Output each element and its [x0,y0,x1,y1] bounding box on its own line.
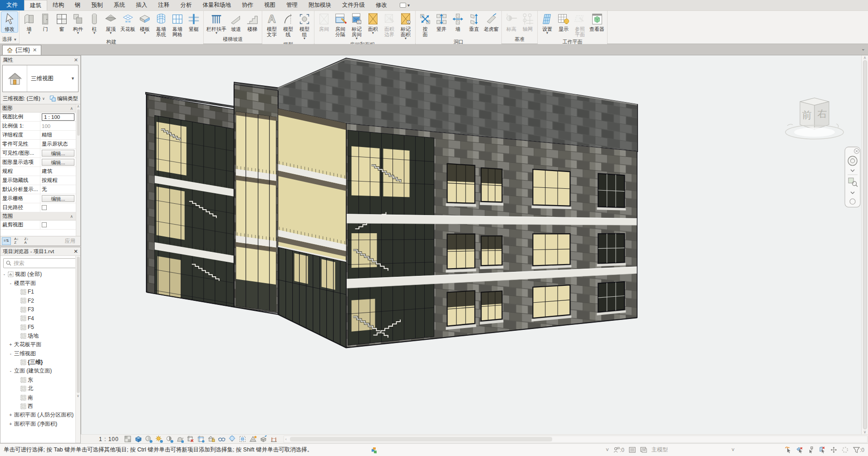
tree-item-视图 (全部)[interactable]: -视图 (全部) [0,270,75,279]
editable-only-icon[interactable]: :0 [613,447,624,453]
worksets-dialog-icon[interactable] [629,447,636,453]
ribbon-tab-协作[interactable]: 协作 [236,0,259,10]
temp-hide-icon[interactable] [218,435,226,443]
tree-item-面积平面 (人防分区面积)[interactable]: +面积平面 (人防分区面积) [0,411,75,419]
tree-item-F5[interactable]: F5 [0,323,75,331]
ribbon-button-屋顶[interactable]: 屋顶▼ [103,12,119,35]
ribbon-button-楼板[interactable]: 楼板▼ [137,12,153,35]
canvas-vertical-scrollbar[interactable]: ∧∨ [861,55,868,434]
ribbon-button-显示[interactable]: 显示 [555,12,572,32]
tree-item-{三维}[interactable]: {三维} [0,358,75,367]
ribbon-button-面积[interactable]: 面积▼ [365,12,381,35]
displacement-icon[interactable] [260,435,267,443]
view-scale-input[interactable]: 1 : 100 [42,113,74,121]
browser-scrollbar[interactable]: ∨ [75,256,80,443]
close-properties-icon[interactable]: ✕ [74,57,78,63]
apply-button[interactable]: 应用 [65,238,79,245]
3d-view-scene[interactable]: 前右 [81,55,861,434]
instance-selector-label[interactable]: 三维视图: {三维} [3,95,40,102]
ribbon-button-墙[interactable]: 墙 [450,12,466,32]
ribbon-button-坡道[interactable]: 坡道 [228,12,244,32]
chevron-down-icon[interactable]: ⌄ [861,46,865,52]
show-crop-icon[interactable] [197,435,205,443]
tree-item-北[interactable]: 北 [0,384,75,393]
select-pinned-icon[interactable] [808,446,814,453]
property-section-范围[interactable]: 范围∧ [0,212,80,221]
sort-az-button[interactable]: A↓Z [12,237,21,245]
property-value[interactable]: 无 [40,186,80,193]
ribbon-button-幕墙系统[interactable]: 幕墙 系统 [153,12,169,38]
property-value[interactable]: 按规程 [40,177,80,184]
unlocked-3d-icon[interactable] [207,435,215,443]
property-value[interactable]: 显示原状态 [40,141,80,147]
tree-item-南[interactable]: 南 [0,393,75,402]
tree-item-立面 (建筑立面)[interactable]: -立面 (建筑立面) [0,367,75,375]
ribbon-button-模型线[interactable]: 模型 线 [280,12,296,38]
ribbon-button-天花板[interactable]: 天花板 [119,12,137,32]
chevron-down-icon[interactable]: ∨ [42,97,45,101]
property-value[interactable]: 精细 [40,132,80,138]
select-underlay-icon[interactable] [796,446,804,453]
visual-style-icon[interactable] [145,435,152,443]
scroll-down-icon[interactable]: ∨ [76,394,80,399]
property-section-图形[interactable]: 图形∧ [0,104,80,113]
ribbon-tab-结构[interactable]: 结构 [47,0,69,10]
ribbon-tab-体量和场地[interactable]: 体量和场地 [197,0,237,10]
checkbox[interactable] [42,205,47,210]
edit-button[interactable]: 编辑... [42,150,74,157]
ribbon-tab-注释[interactable]: 注释 [153,0,175,10]
ribbon-tab-视图[interactable]: 视图 [259,0,281,10]
properties-scrollbar[interactable]: ∧ [76,104,80,236]
ribbon-tab-预制[interactable]: 预制 [86,0,108,10]
ribbon-button-竖井[interactable]: 竖井 [433,12,450,32]
edit-type-button[interactable]: 编辑类型 [50,95,78,102]
close-project-browser-icon[interactable]: ✕ [74,248,78,255]
tree-item-东[interactable]: 东 [0,376,75,384]
ribbon-button-房间分隔[interactable]: 房间 分隔 [332,12,348,38]
ribbon-button-设置[interactable]: 设置▼ [539,12,555,35]
ribbon-tab-管理[interactable]: 管理 [281,0,303,10]
drawing-area[interactable]: 前右 [81,55,861,434]
reveal-constraints-icon[interactable] [270,435,278,443]
ribbon-tab-分析[interactable]: 分析 [175,0,197,10]
ribbon-button-幕墙网格[interactable]: 幕墙 网格 [169,12,186,38]
canvas-horizontal-scrollbar[interactable]: ‹ [284,436,868,443]
chevron-down-icon[interactable]: ▼ [71,76,75,81]
navigation-bar[interactable] [845,147,860,207]
edit-button[interactable]: 编辑... [42,195,74,202]
ribbon-button-窗[interactable]: 窗 [54,12,70,32]
render-icon[interactable] [176,435,184,443]
modify-panel-dropdown[interactable]: ▾ [397,0,412,10]
worksharing-icon[interactable] [371,446,378,454]
tree-item-三维视图[interactable]: -三维视图 [0,349,75,358]
select-elements-by-face-icon[interactable] [819,446,826,453]
ribbon-button-墙[interactable]: 墙▼ [21,12,37,35]
building-model[interactable] [146,58,638,348]
reveal-hidden-icon[interactable] [228,435,236,443]
ribbon-button-栏杆扶手[interactable]: 栏杆扶手▼ [205,12,228,35]
ribbon-tab-钢[interactable]: 钢 [69,0,86,10]
sort-order-button[interactable]: ≡⇅ [2,237,11,245]
active-workset-label[interactable]: 主模型 [652,446,668,454]
ribbon-tab-系统[interactable]: 系统 [108,0,131,10]
close-view-tab-icon[interactable]: ✕ [33,47,37,53]
tree-item-F4[interactable]: F4 [0,314,75,323]
chevron-down-icon[interactable]: ˅ [606,447,609,453]
shadows-icon[interactable] [166,435,173,443]
tree-item-场地[interactable]: 场地 [0,332,75,340]
sort-za-button[interactable]: Z↓A [22,237,31,245]
property-value[interactable]: 100 [40,123,80,129]
select-links-icon[interactable] [785,446,792,453]
tree-item-楼层平面[interactable]: -楼层平面 [0,279,75,287]
detail-level-icon[interactable] [134,435,142,443]
type-selector[interactable]: 三维视图 ▼ [2,65,78,92]
scale-lock-icon[interactable] [124,435,132,443]
ribbon-button-查看器[interactable]: 查看器 [588,12,606,32]
ribbon-button-老虎窗[interactable]: 老虎窗 [482,12,500,32]
ribbon-button-楼梯[interactable]: 楼梯 [244,12,260,32]
tree-item-面积平面 (净面积)[interactable]: +面积平面 (净面积) [0,420,75,428]
ribbon-button-竖梃[interactable]: 竖梃 [186,12,202,32]
steering-wheel-icon[interactable] [848,156,857,165]
ribbon-button-修改[interactable]: 修改 [1,12,18,32]
tree-item-天花板平面[interactable]: +天花板平面 [0,340,75,349]
